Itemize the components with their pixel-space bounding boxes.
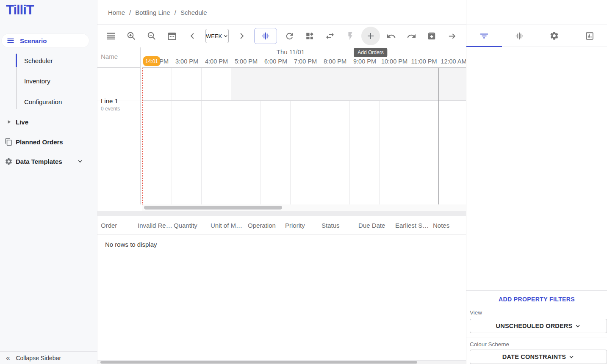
tab-capacity[interactable] — [502, 25, 537, 47]
row-list-button[interactable] — [103, 28, 119, 44]
histogram-icon — [261, 31, 270, 41]
layout-button[interactable] — [301, 28, 318, 44]
colour-scheme-dropdown[interactable]: DATE CONSTRAINTS — [470, 350, 607, 364]
time-tick: 10:00 PM — [380, 58, 409, 65]
orders-grid-body: No rows to display — [97, 234, 466, 361]
filter-settings-section: ADD PROPERTY FILTERS View UNSCHEDULED OR… — [466, 290, 607, 364]
sidebar: TilliT Scenario Scheduler Inventory Conf… — [0, 0, 97, 364]
histogram-toggle-button[interactable] — [254, 28, 277, 44]
gantt-scheduler: Name Line 1 0 events Thu 11/01 2:00 PM 3… — [97, 47, 466, 211]
tab-analytics[interactable] — [572, 25, 607, 47]
time-tick: 3:00 PM — [172, 58, 202, 65]
active-tab-indicator — [466, 46, 502, 47]
empty-rows-message: No rows to display — [105, 241, 157, 248]
sidebar-item-inventory[interactable]: Inventory — [24, 77, 88, 86]
column-header-notes[interactable]: Notes — [433, 222, 458, 229]
sidebar-item-configuration[interactable]: Configuration — [24, 97, 88, 107]
refresh-button[interactable] — [281, 28, 298, 44]
column-header-invalid-reason[interactable]: Invalid Re… — [138, 222, 174, 229]
colour-scheme-label: Colour Scheme — [470, 341, 509, 347]
save-scenario-button[interactable] — [423, 28, 440, 44]
column-header-order[interactable]: Order — [101, 222, 138, 229]
view-dropdown-value: UNSCHEDULED ORDERS — [496, 323, 573, 329]
column-header-earliest-start[interactable]: Earliest S… — [395, 222, 433, 229]
export-arrow-button[interactable] — [443, 28, 460, 44]
add-orders-button[interactable] — [361, 27, 380, 45]
redo-button[interactable] — [403, 28, 420, 44]
chevron-right-icon[interactable] — [233, 28, 250, 44]
sidebar-item-label: Planned Orders — [16, 138, 63, 146]
colour-scheme-dropdown-value: DATE CONSTRAINTS — [502, 353, 566, 360]
non-working-time-shade — [231, 68, 466, 100]
view-label: View — [470, 309, 482, 316]
current-time-line — [142, 68, 143, 204]
sidebar-item-planned-orders[interactable]: Planned Orders — [0, 136, 97, 148]
timeline[interactable]: Thu 11/01 2:00 PM 3:00 PM 4:00 PM 5:00 P… — [142, 47, 466, 204]
calendar-icon[interactable] — [164, 28, 180, 44]
collapse-sidebar-button[interactable]: « Collapse Sidebar — [0, 351, 97, 364]
sidebar-item-scenario[interactable]: Scenario — [2, 34, 89, 47]
add-property-filters-link[interactable]: ADD PROPERTY FILTERS — [466, 296, 607, 303]
undo-button[interactable] — [382, 28, 399, 44]
double-chevron-left-icon: « — [6, 354, 10, 362]
chevron-left-icon[interactable] — [184, 28, 201, 44]
copy-file-icon — [5, 138, 13, 146]
sidebar-item-label: Scenario — [20, 37, 47, 44]
breadcrumb-home[interactable]: Home — [108, 9, 125, 16]
auto-schedule-button[interactable] — [342, 28, 359, 44]
right-panel: ADD PROPERTY FILTERS View UNSCHEDULED OR… — [466, 0, 607, 364]
sidebar-item-live[interactable]: Live — [0, 116, 97, 128]
resource-event-count: 0 events — [101, 106, 120, 112]
tab-filters[interactable] — [466, 25, 502, 47]
chevron-down-icon — [575, 323, 581, 329]
view-dropdown[interactable]: UNSCHEDULED ORDERS — [470, 319, 607, 333]
sidebar-item-label: Live — [16, 119, 28, 126]
week-view-select[interactable]: WEEK — [205, 29, 229, 43]
scheduler-active-indicator — [16, 54, 17, 67]
scheduler-toolbar: WEEK — [97, 25, 466, 47]
sidebar-item-label: Data Templates — [16, 158, 62, 165]
name-column-header[interactable]: Name — [101, 53, 118, 60]
timeline-hscrollbar-track — [142, 204, 466, 211]
app-root: TilliT Scenario Scheduler Inventory Conf… — [0, 0, 607, 364]
section-divider — [466, 337, 607, 337]
time-tick: 11:00 PM — [409, 58, 439, 65]
panel-splitter[interactable] — [97, 211, 466, 216]
column-header-operation[interactable]: Operation — [248, 222, 285, 229]
tab-settings[interactable] — [537, 25, 572, 47]
sidebar-item-data-templates[interactable]: Data Templates — [0, 155, 97, 167]
timeline-body[interactable] — [142, 68, 466, 204]
time-tick: 7:00 PM — [291, 58, 320, 65]
row-divider — [142, 100, 466, 101]
resource-name: Line 1 — [101, 97, 118, 105]
column-header-due-date[interactable]: Due Date — [358, 222, 395, 229]
day-boundary-line — [438, 68, 439, 204]
breadcrumb: Home / Bottling Line / Schedule — [108, 0, 207, 25]
chevron-down-icon — [568, 354, 574, 360]
play-icon — [6, 119, 12, 125]
grid-hscrollbar-thumb[interactable] — [100, 361, 417, 364]
top-bar: Home / Bottling Line / Schedule rafael l… — [97, 0, 466, 25]
gear-icon — [549, 31, 559, 41]
view-mode-value: WEEK — [206, 33, 222, 39]
breadcrumb-separator: / — [175, 9, 176, 16]
time-tick: 9:00 PM — [350, 58, 380, 65]
timeline-hscrollbar-thumb[interactable] — [144, 206, 282, 210]
sidebar-item-scheduler[interactable]: Scheduler — [24, 56, 88, 66]
column-header-unit-of-measure[interactable]: Unit of M… — [211, 222, 248, 229]
current-time-badge: 14:01 — [143, 56, 160, 66]
menu-icon — [6, 36, 15, 45]
resource-column: Name Line 1 0 events — [97, 47, 141, 204]
time-tick: 6:00 PM — [261, 58, 291, 65]
column-header-priority[interactable]: Priority — [285, 222, 322, 229]
gear-icon — [5, 157, 13, 165]
column-header-status[interactable]: Status — [322, 222, 358, 229]
resource-row-line1[interactable]: Line 1 0 events — [97, 68, 140, 100]
plus-icon — [366, 31, 376, 41]
time-tick: 5:00 PM — [231, 58, 261, 65]
column-header-quantity[interactable]: Quantity — [174, 222, 211, 229]
zoom-in-icon[interactable] — [123, 28, 140, 44]
swap-horizontal-button[interactable] — [322, 28, 338, 44]
zoom-out-icon[interactable] — [143, 28, 160, 44]
breadcrumb-bottling-line[interactable]: Bottling Line — [135, 9, 170, 16]
